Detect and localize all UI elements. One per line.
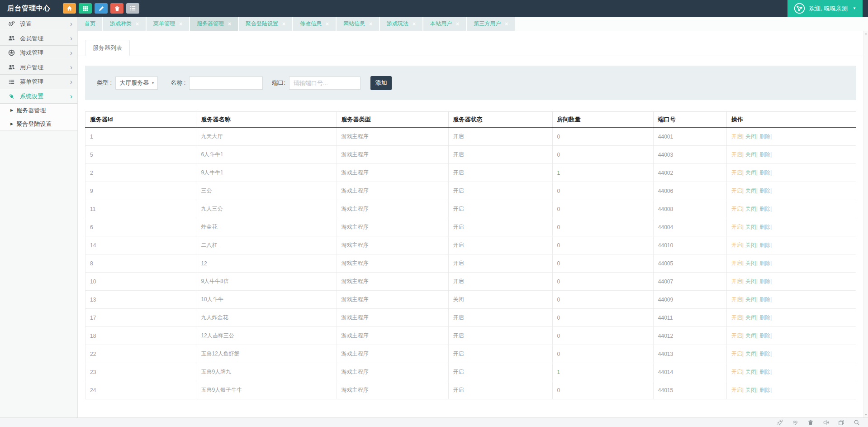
close-icon[interactable]: × (505, 21, 508, 27)
vertical-scrollbar[interactable]: ▲ ▼ (863, 31, 868, 417)
close-icon[interactable]: × (179, 21, 182, 27)
delete-link[interactable]: 删除| (759, 169, 772, 176)
name-input[interactable] (189, 77, 263, 90)
scroll-up-icon[interactable]: ▲ (865, 31, 868, 36)
sidebar-item-2[interactable]: 游戏管理› (0, 46, 77, 60)
pencil-quick-button[interactable] (95, 3, 108, 14)
close-icon[interactable]: × (369, 21, 372, 27)
windows-icon[interactable] (834, 419, 849, 426)
delete-link[interactable]: 删除| (759, 133, 772, 139)
cell-name: 6人斗牛1 (196, 146, 337, 164)
close-link[interactable]: 关闭| (745, 260, 758, 266)
delete-link[interactable]: 删除| (759, 151, 772, 158)
trash-quick-button[interactable] (110, 3, 123, 14)
scroll-down-icon[interactable]: ▼ (865, 412, 868, 417)
open-link[interactable]: 开启| (731, 224, 744, 230)
close-icon[interactable]: × (456, 21, 459, 27)
open-link[interactable]: 开启| (731, 296, 744, 302)
close-icon[interactable]: × (413, 21, 416, 27)
delete-link[interactable]: 删除| (759, 242, 772, 248)
sidebar-subitem-0[interactable]: ▶服务器管理 (0, 104, 77, 117)
user-menu-button[interactable]: 欢迎, 嘎嘎亲测 ▼ (787, 0, 863, 17)
delete-link[interactable]: 删除| (759, 369, 772, 375)
open-link[interactable]: 开启| (731, 242, 744, 248)
close-link[interactable]: 关闭| (745, 206, 758, 212)
delete-link[interactable]: 删除| (759, 224, 772, 230)
port-input[interactable] (289, 77, 360, 90)
home-quick-button[interactable] (63, 3, 76, 14)
server-table: 服务器id服务器名称服务器类型服务器状态房间数量端口号操作 1九天大厅游戏主程序… (85, 111, 856, 399)
close-link[interactable]: 关闭| (745, 278, 758, 284)
grid-quick-button[interactable] (79, 3, 92, 14)
tab-8[interactable]: 本站用户× (423, 17, 466, 31)
close-link[interactable]: 关闭| (745, 187, 758, 194)
sidebar-subitem-1[interactable]: ▶聚合登陆设置 (0, 117, 77, 131)
close-link[interactable]: 关闭| (745, 242, 758, 248)
close-link[interactable]: 关闭| (745, 296, 758, 302)
open-link[interactable]: 开启| (731, 169, 744, 176)
close-link[interactable]: 关闭| (745, 387, 758, 393)
tab-5[interactable]: 修改信息× (293, 17, 336, 31)
sidebar-item-4[interactable]: 菜单管理› (0, 75, 77, 89)
speaker-icon[interactable] (818, 419, 834, 426)
open-link[interactable]: 开启| (731, 332, 744, 339)
open-link[interactable]: 开启| (731, 133, 744, 139)
close-link[interactable]: 关闭| (745, 151, 758, 158)
tab-6[interactable]: 网站信息× (337, 17, 379, 31)
close-link[interactable]: 关闭| (745, 350, 758, 357)
add-button[interactable]: 添加 (370, 76, 392, 90)
delete-link[interactable]: 删除| (759, 260, 772, 266)
close-link[interactable]: 关闭| (745, 332, 758, 339)
sidebar-item-5[interactable]: 系统设置› (0, 89, 77, 104)
delete-link[interactable]: 删除| (759, 206, 772, 212)
open-link[interactable]: 开启| (731, 314, 744, 321)
delete-link[interactable]: 删除| (759, 387, 772, 393)
trash-icon[interactable] (803, 420, 818, 425)
delete-link[interactable]: 删除| (759, 350, 772, 357)
cell-status: 开启 (448, 254, 552, 273)
close-icon[interactable]: × (282, 21, 285, 27)
close-link[interactable]: 关闭| (745, 314, 758, 321)
close-icon[interactable]: × (228, 21, 231, 27)
open-link[interactable]: 开启| (731, 206, 744, 212)
column-header-6: 操作 (726, 112, 856, 128)
close-link[interactable]: 关闭| (745, 133, 758, 139)
server-type-select[interactable]: 大厅服务器 ▾ (115, 77, 158, 90)
delete-link[interactable]: 删除| (759, 332, 772, 339)
cell-port: 44003 (653, 146, 726, 164)
open-link[interactable]: 开启| (731, 278, 744, 284)
tab-2[interactable]: 菜单管理× (147, 17, 189, 31)
open-link[interactable]: 开启| (731, 260, 744, 266)
tab-9[interactable]: 第三方用户× (467, 17, 515, 31)
delete-link[interactable]: 删除| (759, 187, 772, 194)
open-link[interactable]: 开启| (731, 350, 744, 357)
pencil-icon (99, 6, 104, 11)
search-icon[interactable] (849, 419, 864, 426)
close-link[interactable]: 关闭| (745, 224, 758, 230)
sidebar-item-1[interactable]: 会员管理› (0, 31, 77, 46)
heart-pulse-icon[interactable] (787, 419, 803, 426)
delete-link[interactable]: 删除| (759, 296, 772, 302)
close-link[interactable]: 关闭| (745, 369, 758, 375)
list-quick-button[interactable] (126, 3, 139, 14)
rocket-icon[interactable] (772, 419, 787, 426)
caret-right-icon: ▶ (10, 108, 13, 112)
tab-1[interactable]: 游戏种类× (103, 17, 146, 31)
tab-3[interactable]: 服务器管理× (190, 17, 238, 31)
open-link[interactable]: 开启| (731, 369, 744, 375)
tab-7[interactable]: 游戏玩法× (380, 17, 422, 31)
close-icon[interactable]: × (326, 21, 329, 27)
sidebar-item-3[interactable]: 用户管理› (0, 60, 77, 75)
tab-0[interactable]: 首页 (78, 17, 102, 31)
delete-link[interactable]: 删除| (759, 314, 772, 321)
sidebar-item-0[interactable]: 设置› (0, 17, 77, 31)
open-link[interactable]: 开启| (731, 387, 744, 393)
table-row: 1九天大厅游戏主程序开启044001开启|关闭|删除| (85, 128, 856, 146)
tab-server-list[interactable]: 服务器列表 (85, 40, 130, 56)
delete-link[interactable]: 删除| (759, 278, 772, 284)
open-link[interactable]: 开启| (731, 151, 744, 158)
close-icon[interactable]: × (136, 21, 139, 27)
open-link[interactable]: 开启| (731, 187, 744, 194)
close-link[interactable]: 关闭| (745, 169, 758, 176)
tab-4[interactable]: 聚合登陆设置× (239, 17, 292, 31)
